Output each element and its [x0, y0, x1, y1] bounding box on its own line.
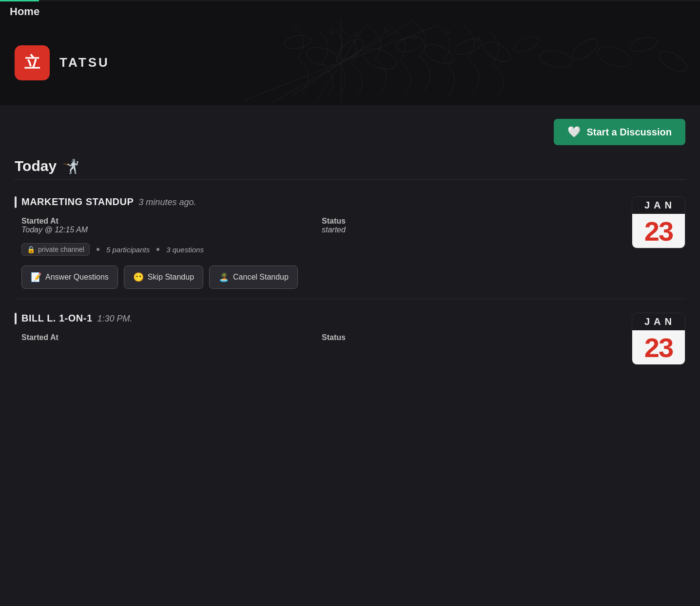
- event-title-row: MARKETING STANDUP 3 minutes ago.: [15, 196, 622, 208]
- calendar-badge-event-1: J A N 23: [632, 196, 685, 248]
- status-block: Status started: [322, 217, 622, 234]
- started-at-label: Started At Today @ 12:15 AM: [21, 217, 322, 234]
- cal-month-n2: N: [665, 316, 673, 327]
- answer-questions-label: Answer Questions: [45, 273, 109, 282]
- svg-point-13: [512, 33, 542, 55]
- cal-month-j2: J: [644, 316, 651, 327]
- participants-count: 5 participants: [106, 246, 150, 254]
- svg-point-20: [384, 28, 387, 31]
- lock-icon: 🔒: [27, 246, 35, 253]
- cal-month-n: N: [665, 200, 673, 211]
- tatsu-app-name: TATSU: [59, 55, 110, 70]
- start-discussion-label: Start a Discussion: [586, 127, 672, 138]
- event-time-ago: 3 minutes ago.: [138, 197, 196, 208]
- svg-point-10: [304, 44, 340, 69]
- cal-month-row-2: J A N: [632, 313, 685, 330]
- private-channel-label: private channel: [38, 246, 84, 253]
- svg-point-19: [354, 33, 358, 37]
- start-discussion-button[interactable]: 🤍 Start a Discussion: [554, 119, 685, 145]
- event-actions: 📝 Answer Questions 😶 Skip Standup 🏝️ Can…: [15, 265, 622, 289]
- svg-point-16: [595, 42, 634, 71]
- app-banner: 立 TATSU: [0, 20, 700, 105]
- skip-standup-label: Skip Standup: [148, 273, 194, 282]
- event-meta-grid-bill: Started At Status: [15, 333, 622, 342]
- event-meta-grid: Started At Today @ 12:15 AM Status start…: [15, 217, 622, 234]
- today-section: Today 🤺: [15, 150, 685, 185]
- cancel-standup-label: Cancel Standup: [233, 273, 289, 282]
- event-left-bill: BILL L. 1-ON-1 1:30 PM. Started At Statu…: [15, 313, 622, 351]
- svg-point-12: [481, 38, 514, 66]
- dot-separator-1: [97, 248, 99, 251]
- svg-point-24: [330, 31, 333, 34]
- event-title-row-bill: BILL L. 1-ON-1 1:30 PM.: [15, 313, 622, 324]
- answer-questions-button[interactable]: 📝 Answer Questions: [21, 265, 118, 289]
- page-title: Home: [10, 5, 39, 18]
- cal-day-number-2: 23: [632, 334, 685, 361]
- skip-standup-icon: 😶: [133, 272, 144, 283]
- event-bar-indicator-bill: [15, 313, 17, 324]
- event-card-marketing-standup: MARKETING STANDUP 3 minutes ago. Started…: [15, 185, 685, 299]
- cal-month-j: J: [644, 200, 651, 211]
- private-channel-tag: 🔒 private channel: [21, 243, 90, 256]
- svg-point-11: [283, 34, 311, 51]
- svg-point-15: [569, 35, 601, 63]
- today-label: Today: [15, 158, 57, 174]
- svg-point-18: [656, 47, 690, 76]
- cal-month-row: J A N: [632, 197, 685, 214]
- skip-standup-button[interactable]: 😶 Skip Standup: [124, 265, 203, 289]
- cal-month-a2: A: [654, 316, 661, 327]
- answer-questions-icon: 📝: [31, 272, 41, 283]
- svg-point-14: [538, 48, 574, 69]
- main-content: 🤍 Start a Discussion Today 🤺 MARKETING S…: [0, 105, 700, 370]
- cal-day-number: 23: [632, 218, 685, 245]
- cal-day-row: 23: [632, 214, 685, 248]
- calendar-badge-event-2: J A N 23: [632, 313, 685, 365]
- heart-icon: 🤍: [567, 126, 581, 138]
- event-time-ago-bill: 1:30 PM.: [97, 314, 133, 324]
- event-name-bill: BILL L. 1-ON-1: [21, 313, 93, 324]
- page-header: Home: [0, 1, 700, 20]
- svg-point-22: [447, 31, 450, 34]
- today-heading: Today 🤺: [15, 158, 685, 180]
- cancel-standup-icon: 🏝️: [218, 272, 229, 283]
- questions-count: 3 questions: [166, 246, 204, 254]
- event-card-bill-1on1: BILL L. 1-ON-1 1:30 PM. Started At Statu…: [15, 299, 685, 370]
- event-name: MARKETING STANDUP: [21, 196, 134, 208]
- started-at-label-bill: Started At: [21, 333, 322, 342]
- event-left-marketing: MARKETING STANDUP 3 minutes ago. Started…: [15, 196, 622, 289]
- cal-day-row-2: 23: [632, 330, 685, 364]
- event-tags: 🔒 private channel 5 participants 3 quest…: [15, 243, 622, 256]
- status-block-bill: Status: [322, 333, 622, 342]
- cancel-standup-button[interactable]: 🏝️ Cancel Standup: [209, 265, 298, 289]
- event-bar-indicator: [15, 196, 17, 208]
- tatsu-logo-icon: 立: [15, 45, 50, 80]
- today-emoji: 🤺: [62, 158, 79, 174]
- svg-point-7: [394, 34, 424, 55]
- cal-month-a: A: [654, 200, 661, 211]
- banner-content: 立 TATSU: [15, 45, 110, 80]
- svg-point-9: [452, 36, 483, 57]
- action-bar: 🤍 Start a Discussion: [15, 105, 685, 150]
- dot-separator-2: [156, 248, 159, 251]
- svg-point-17: [628, 35, 659, 54]
